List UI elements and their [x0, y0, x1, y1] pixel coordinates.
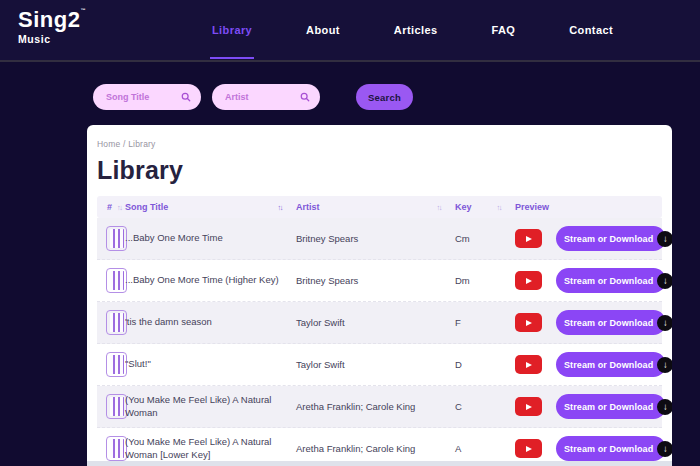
youtube-preview-button[interactable] — [515, 313, 542, 332]
nav-item-articles[interactable]: Articles — [394, 0, 438, 60]
song-title-cell: (You Make Me Feel Like) A Natural Woman … — [125, 436, 296, 461]
top-navigation-bar: Sing2™ Music Library About Articles FAQ … — [0, 0, 700, 62]
sort-icon[interactable]: ↑↓ — [117, 203, 122, 212]
action-cell: Stream or Download ↓ — [556, 352, 662, 377]
youtube-preview-button[interactable] — [515, 229, 542, 248]
download-arrow-icon: ↓ — [657, 441, 672, 457]
artist-cell: Aretha Franklin; Carole King — [296, 443, 455, 454]
search-section: Search — [0, 64, 700, 125]
nav-item-faq[interactable]: FAQ — [491, 0, 515, 60]
brand-logo[interactable]: Sing2™ Music — [18, 9, 86, 45]
action-cell: Stream or Download ↓ — [556, 268, 662, 293]
song-title-field-wrap — [93, 84, 201, 110]
table-body: ...Baby One More Time Britney Spears Cm … — [97, 218, 662, 466]
table-row: "Slut!" Taylor Swift D Stream or Downloa… — [97, 344, 662, 386]
piano-icon — [106, 352, 127, 377]
trademark-symbol: ™ — [80, 7, 86, 13]
nav-item-about[interactable]: About — [306, 0, 340, 60]
stream-download-label: Stream or Download — [564, 318, 653, 328]
download-arrow-icon: ↓ — [657, 357, 672, 373]
action-cell: Stream or Download ↓ — [556, 394, 662, 419]
song-icon-cell — [97, 268, 125, 293]
preview-cell — [515, 229, 556, 248]
youtube-preview-button[interactable] — [515, 439, 542, 458]
play-icon — [526, 236, 532, 242]
stream-download-label: Stream or Download — [564, 360, 653, 370]
play-icon — [526, 278, 532, 284]
brand-subtitle: Music — [18, 33, 86, 45]
play-icon — [526, 446, 532, 452]
sort-icon[interactable]: ↑↓ — [278, 203, 283, 212]
stream-or-download-button[interactable]: Stream or Download ↓ — [556, 226, 666, 251]
song-icon-cell — [97, 394, 125, 419]
preview-cell — [515, 355, 556, 374]
download-arrow-icon: ↓ — [657, 315, 672, 331]
table-row: ...Baby One More Time (Higher Key) Britn… — [97, 260, 662, 302]
stream-or-download-button[interactable]: Stream or Download ↓ — [556, 310, 666, 335]
action-cell: Stream or Download ↓ — [556, 436, 662, 461]
download-arrow-icon: ↓ — [657, 231, 672, 247]
key-cell: A — [455, 443, 515, 454]
youtube-preview-button[interactable] — [515, 355, 542, 374]
artist-cell: Taylor Swift — [296, 317, 455, 328]
artist-input[interactable] — [212, 84, 320, 110]
library-content-card: Home / Library Library # ↑↓ Song Title ↑… — [87, 125, 672, 466]
piano-icon — [106, 394, 127, 419]
stream-or-download-button[interactable]: Stream or Download ↓ — [556, 352, 666, 377]
column-header-key[interactable]: Key ↑↓ — [455, 202, 515, 212]
table-footer-edge — [87, 461, 672, 466]
action-cell: Stream or Download ↓ — [556, 310, 662, 335]
piano-icon — [106, 310, 127, 335]
table-row: 'tis the damn season Taylor Swift F Stre… — [97, 302, 662, 344]
song-icon-cell — [97, 352, 125, 377]
stream-or-download-button[interactable]: Stream or Download ↓ — [556, 394, 666, 419]
piano-icon — [106, 226, 127, 251]
nav-item-library[interactable]: Library — [212, 0, 252, 60]
key-cell: Cm — [455, 233, 515, 244]
table-row: ...Baby One More Time Britney Spears Cm … — [97, 218, 662, 260]
column-header-artist[interactable]: Artist ↑↓ — [296, 202, 455, 212]
table-row: (You Make Me Feel Like) A Natural Woman … — [97, 386, 662, 428]
artist-cell: Britney Spears — [296, 275, 455, 286]
download-arrow-icon: ↓ — [657, 399, 672, 415]
piano-icon — [106, 268, 127, 293]
stream-download-label: Stream or Download — [564, 234, 653, 244]
song-title-cell: ...Baby One More Time (Higher Key) — [125, 274, 296, 286]
column-header-index[interactable]: # ↑↓ — [97, 202, 125, 212]
youtube-preview-button[interactable] — [515, 397, 542, 416]
sort-icon[interactable]: ↑↓ — [437, 203, 442, 212]
sort-icon[interactable]: ↑↓ — [497, 203, 502, 212]
brand-name: Sing2™ — [18, 9, 86, 31]
preview-cell — [515, 271, 556, 290]
youtube-preview-button[interactable] — [515, 271, 542, 290]
stream-or-download-button[interactable]: Stream or Download ↓ — [556, 436, 666, 461]
main-nav: Library About Articles FAQ Contact — [212, 0, 613, 60]
breadcrumb-home-link[interactable]: Home — [97, 139, 120, 149]
nav-item-contact[interactable]: Contact — [569, 0, 613, 60]
key-cell: Dm — [455, 275, 515, 286]
piano-icon — [106, 436, 127, 461]
action-cell: Stream or Download ↓ — [556, 226, 662, 251]
column-header-song-title[interactable]: Song Title ↑↓ — [125, 202, 296, 212]
stream-download-label: Stream or Download — [564, 402, 653, 412]
song-icon-cell — [97, 310, 125, 335]
artist-cell: Britney Spears — [296, 233, 455, 244]
key-cell: D — [455, 359, 515, 370]
download-arrow-icon: ↓ — [657, 273, 672, 289]
preview-cell — [515, 439, 556, 458]
play-icon — [526, 320, 532, 326]
search-button[interactable]: Search — [356, 84, 413, 110]
table-header-row: # ↑↓ Song Title ↑↓ Artist ↑↓ Key ↑↓ Prev… — [97, 196, 662, 218]
song-title-cell: "Slut!" — [125, 358, 296, 370]
play-icon — [526, 404, 532, 410]
breadcrumb: Home / Library — [97, 139, 662, 149]
song-title-cell: ...Baby One More Time — [125, 232, 296, 244]
artist-cell: Aretha Franklin; Carole King — [296, 401, 455, 412]
song-title-input[interactable] — [93, 84, 201, 110]
key-cell: F — [455, 317, 515, 328]
key-cell: C — [455, 401, 515, 412]
preview-cell — [515, 313, 556, 332]
stream-or-download-button[interactable]: Stream or Download ↓ — [556, 268, 666, 293]
artist-cell: Taylor Swift — [296, 359, 455, 370]
song-title-cell: (You Make Me Feel Like) A Natural Woman — [125, 394, 296, 419]
